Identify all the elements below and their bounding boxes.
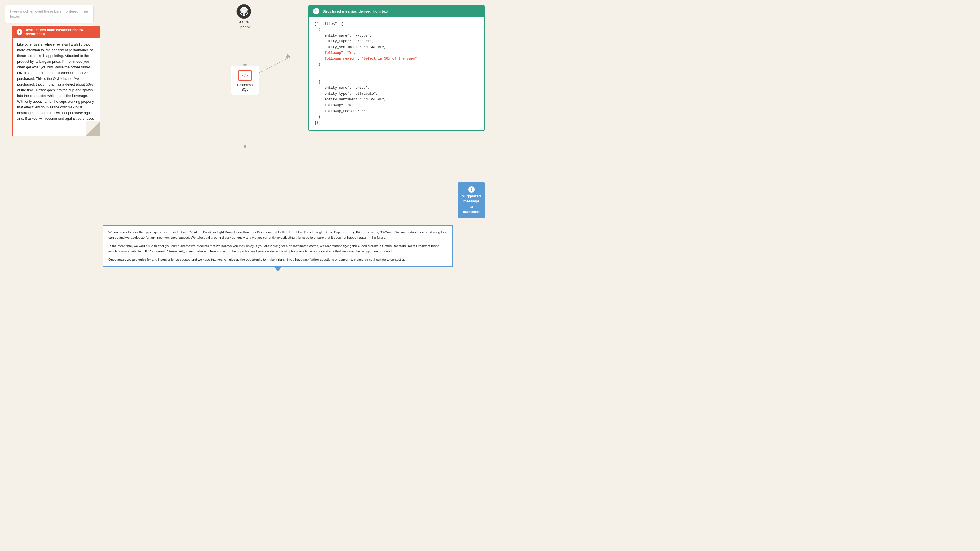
databricks-icon: </> (238, 70, 252, 81)
svg-point-10 (243, 11, 245, 12)
databricks-label: Databricks SQL (237, 83, 253, 92)
svg-marker-5 (243, 145, 247, 149)
badge-3: 3 (468, 186, 475, 193)
message-para-2: In the meantime, we would like to offer … (108, 243, 447, 254)
json-line: { (314, 79, 479, 85)
azure-openai-logo: Azure OpenAI (237, 4, 251, 30)
json-line: "entity_type": "product", (314, 38, 479, 44)
json-line: } (314, 114, 479, 120)
message-panel: We are sorry to hear that you experience… (103, 225, 453, 267)
json-line: ]} (314, 120, 479, 126)
json-line: "entity_name": "k-cups", (314, 33, 479, 38)
json-line: ... (314, 68, 479, 73)
openai-icon (237, 4, 251, 19)
ghost-card-1-text: I very much enjoyed these bars. I ordere… (10, 9, 88, 19)
databricks-sql-box: </> Databricks SQL (231, 65, 259, 95)
json-line: "entity_sentiment": "NEGATIVE", (314, 97, 479, 102)
review-card: 1 Unstructured data: customer review fre… (12, 25, 100, 136)
message-para-1: We are sorry to hear that you experience… (108, 229, 447, 240)
json-line: ... (314, 73, 479, 79)
svg-marker-3 (286, 54, 290, 58)
unstructured-data-label: Unstructured data: customer review freef… (24, 28, 96, 36)
review-card-fold (86, 121, 100, 136)
json-line: "followup_reason": "Defect in 50% of the… (314, 56, 479, 62)
json-line: "entity_sentiment": "NEGATIVE", (314, 45, 479, 50)
json-panel: 2 Structured meaning derived from text {… (308, 5, 485, 131)
suggested-message-text: Suggested message to customer (461, 194, 482, 215)
review-text: Like other users, whose reviews I wish I… (17, 43, 94, 121)
json-line: "followup": "Y", (314, 50, 479, 56)
suggested-message-label: 3 Suggested message to customer (458, 182, 485, 218)
json-line: "followup_reason": "" (314, 108, 479, 114)
json-line: "entity_type": "attribute", (314, 91, 479, 97)
json-line: {"entities": [ (314, 21, 479, 27)
json-body: {"entities": [ { "entity_name": "k-cups"… (309, 16, 484, 131)
message-para-3: Once again, we apologize for any inconve… (108, 257, 447, 263)
review-card-label: 1 Unstructured data: customer review fre… (13, 26, 100, 38)
json-panel-label: 2 Structured meaning derived from text (309, 6, 484, 16)
json-line: "followup": "N", (314, 102, 479, 108)
ghost-card-1: I very much enjoyed these bars. I ordere… (5, 5, 94, 23)
badge-2: 2 (313, 8, 320, 14)
json-line: }, (314, 62, 479, 68)
json-line: { (314, 27, 479, 32)
structured-meaning-label: Structured meaning derived from text (322, 9, 388, 13)
azure-openai-label: Azure OpenAI (238, 20, 250, 30)
review-body: Like other users, whose reviews I wish I… (13, 38, 100, 136)
message-text: We are sorry to hear that you experience… (108, 229, 447, 263)
badge-1: 1 (16, 29, 22, 35)
svg-text:</>: </> (242, 73, 248, 78)
json-line: "entity_name": "price", (314, 85, 479, 91)
